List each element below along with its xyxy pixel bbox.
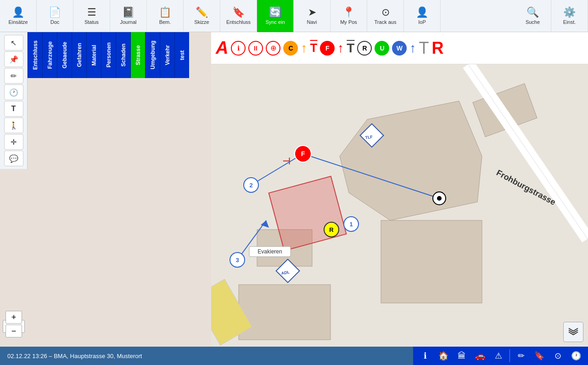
nav-navi[interactable]: ➤ Navi [294, 0, 330, 32]
clock-tool[interactable]: 🕐 [4, 84, 23, 100]
sidebar-tab-panel: Entschluss Fahrzeuge Gebaeude Gefahren M… [28, 32, 189, 78]
nav-einsaetze[interactable]: 👤 Einsätze [0, 0, 37, 32]
nav-suche[interactable]: 🔍 Suche [515, 0, 551, 32]
sym-circle-R[interactable]: R [357, 37, 372, 60]
status-left: 02.12.22 13:26 – BMA, Hauptstrasse 30, M… [0, 347, 413, 365]
status-car-icon[interactable]: 🚗 [473, 348, 487, 363]
tab-gefahren[interactable]: Gefahren [72, 32, 86, 78]
zoom-out-button[interactable]: − [6, 325, 22, 337]
nav-bem[interactable]: 📋 Bem. [147, 0, 184, 32]
status-bar: 02.12.22 13:26 – BMA, Hauptstrasse 30, M… [0, 347, 588, 365]
status-right: ℹ 🏠 🏛 🚗 ⚠ ✏ 🔖 ⊙ 🕐 [413, 347, 588, 365]
tab-fahrzeuge[interactable]: Fahrzeuge [42, 32, 57, 78]
sym-circle-i[interactable]: ℹ [231, 37, 246, 60]
status-edit-icon[interactable]: ✏ [514, 348, 528, 363]
status-target-icon[interactable]: ⊙ [550, 348, 565, 363]
pin-tool[interactable]: 📌 [4, 51, 23, 67]
svg-text:1: 1 [349, 221, 353, 228]
nav-entschluss[interactable]: 🔖 Entschluss [220, 0, 257, 32]
svg-point-29 [437, 196, 442, 201]
nav-my-pos[interactable]: 📍 My Pos [330, 0, 367, 32]
evakieren-label: Evakieren [258, 248, 282, 255]
sym-circle-F[interactable]: F [320, 37, 335, 60]
top-navigation: 👤 Einsätze 📄 Doc ☰ Status 📓 Journal 📋 Be… [0, 0, 588, 32]
bem-icon: 📋 [159, 7, 171, 17]
sym-circle-U[interactable]: U [375, 37, 389, 60]
status-bookmark-icon[interactable]: 🔖 [532, 348, 547, 363]
tab-test[interactable]: test [174, 32, 189, 78]
svg-text:2: 2 [249, 182, 252, 189]
nav-skizze[interactable]: ✏️ Skizze [184, 0, 220, 32]
nav-doc[interactable]: 📄 Doc [37, 0, 73, 32]
skizze-icon: ✏️ [196, 7, 208, 17]
tab-entschluss[interactable]: Entschluss [28, 32, 42, 78]
tab-verkehr[interactable]: Verkehr [160, 32, 174, 78]
status-text: 02.12.22 13:26 – BMA, Hauptstrasse 30, M… [7, 353, 142, 359]
sym-A[interactable]: A [216, 37, 228, 60]
status-icon: ☰ [87, 7, 96, 17]
nav-sync-ein[interactable]: 🔄 Sync ein [257, 0, 294, 32]
my-pos-icon: 📍 [342, 7, 355, 17]
move-tool[interactable]: ✛ [4, 134, 23, 150]
select-tool[interactable]: ↖ [4, 35, 23, 51]
svg-text:3: 3 [235, 257, 239, 264]
sync-icon: 🔄 [269, 7, 281, 17]
status-home-icon[interactable]: 🏠 [436, 348, 451, 363]
svg-marker-0 [340, 101, 482, 220]
navi-icon: ➤ [308, 7, 316, 17]
nav-journal[interactable]: 📓 Journal [110, 0, 147, 32]
journal-icon: 📓 [122, 7, 134, 17]
svg-rect-2 [381, 220, 482, 303]
tab-personen[interactable]: Personen [101, 32, 116, 78]
text-tool[interactable]: T [4, 101, 23, 117]
search-icon: 🔍 [526, 7, 539, 17]
sym-circle-pause[interactable]: ⏸ [248, 37, 263, 60]
svg-text:F: F [301, 150, 305, 157]
draw-tool[interactable]: ✏ [4, 68, 23, 84]
status-warning-icon[interactable]: ⚠ [491, 348, 506, 363]
nav-einst[interactable]: ⚙️ Einst. [551, 0, 588, 32]
status-building-icon[interactable]: 🏛 [454, 348, 469, 363]
svg-text:R: R [329, 226, 334, 233]
person-tool[interactable]: 🚶 [4, 118, 23, 133]
sym-arrow-orange[interactable]: ↑ [301, 37, 307, 60]
sym-arrow-blue[interactable]: ↑ [409, 37, 416, 60]
entschluss-icon: 🔖 [232, 7, 245, 17]
sym-circle-W[interactable]: W [392, 37, 407, 60]
svg-line-9 [251, 154, 303, 185]
zoom-controls: + − [0, 311, 28, 337]
sym-R-red-large[interactable]: R [431, 37, 443, 60]
status-clock-icon[interactable]: 🕐 [569, 348, 583, 363]
bubble-tool[interactable]: 💬 [4, 151, 23, 166]
sym-T-dark[interactable]: T [347, 37, 354, 60]
sym-T-red-bar[interactable]: T [310, 37, 317, 60]
nav-iop[interactable]: 👤 IoP [404, 0, 441, 32]
tab-strasse[interactable]: Strasse [130, 32, 145, 78]
person-icon: 👤 [12, 7, 24, 17]
zoom-in-button[interactable]: + [6, 311, 22, 324]
tab-schaden[interactable]: Schaden [116, 32, 130, 78]
layers-button[interactable] [563, 322, 583, 342]
sym-T-gray-large[interactable]: T [419, 37, 429, 60]
nav-status[interactable]: ☰ Status [73, 0, 110, 32]
sym-crosshair[interactable]: ⊕ [266, 37, 280, 60]
doc-icon: 📄 [49, 7, 61, 17]
status-separator [510, 349, 510, 362]
sym-circle-C[interactable]: C [283, 37, 298, 60]
tab-gebaeude[interactable]: Gebaeude [57, 32, 72, 78]
iop-icon: 👤 [416, 7, 428, 17]
track-icon: ⊙ [381, 7, 390, 17]
settings-icon: ⚙️ [563, 7, 576, 17]
map-canvas[interactable]: Frohburgstrasse ⊣ TLF ADL F R 1 2 [211, 64, 588, 347]
sym-arrow-red[interactable]: ↑ [337, 37, 344, 60]
symbol-toolbar: A ℹ ⏸ ⊕ C ↑ T F ↑ T R U W ↑ T R [211, 32, 588, 64]
svg-text:⊣: ⊣ [282, 156, 290, 166]
tab-umgebung[interactable]: Umgebung [145, 32, 160, 78]
svg-rect-3 [239, 285, 330, 340]
svg-line-7 [468, 64, 588, 239]
nav-track-aus[interactable]: ⊙ Track aus [367, 0, 404, 32]
status-info-icon[interactable]: ℹ [418, 348, 432, 363]
left-tool-panel: ↖ 📌 ✏ 🕐 T 🚶 ✛ 💬 [0, 32, 28, 169]
tab-material[interactable]: Material [86, 32, 101, 78]
